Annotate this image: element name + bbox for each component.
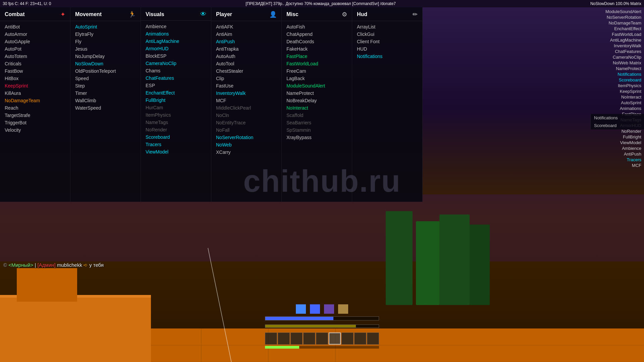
menu-item[interactable]: ItemPhysics [141, 111, 211, 119]
menu-item[interactable]: AutoTool [211, 60, 281, 67]
menu-item[interactable]: AutoArmor [0, 31, 70, 38]
menu-item-keepsprint[interactable]: KeepSprint [0, 82, 70, 89]
hotbar-slot[interactable] [278, 333, 290, 345]
menu-item[interactable]: NoServerRotation [211, 134, 281, 141]
menu-item[interactable]: NoWeb [211, 141, 281, 148]
hud-top-bar: 30 fps C: 44 F: 23+41, U: 0 [ПРЕЗИДЕНТ] … [0, 0, 644, 7]
menu-item[interactable]: MiddleClickPearl [211, 104, 281, 112]
menu-item[interactable]: NoBreakDelay [282, 97, 352, 104]
menu-item[interactable]: NoEntityTrace [211, 119, 281, 126]
menu-item[interactable]: AntiAim [211, 31, 281, 38]
hotbar-slot-selected[interactable] [329, 333, 341, 345]
menu-item[interactable]: AntiAFK [211, 23, 281, 31]
menu-item-tracers[interactable]: Tracers [141, 141, 211, 148]
menu-item[interactable]: AutoFish [282, 23, 352, 31]
menu-item[interactable]: CameraNoClip [141, 60, 211, 67]
menu-item[interactable]: FastPlace [282, 53, 352, 60]
menu-item[interactable]: DeathCoords [282, 38, 352, 45]
menu-item[interactable]: Ambience [141, 23, 211, 30]
menu-item-autosprint[interactable]: AutoSprint [70, 23, 141, 31]
sidebar-item: Animations [580, 106, 641, 111]
menu-item[interactable]: Scaffold [282, 112, 352, 119]
menu-item[interactable]: NoJumpDelay [70, 53, 141, 60]
menu-item[interactable]: ESP [141, 82, 211, 89]
menu-item-nodamageteam[interactable]: NoDamageTeam [0, 97, 70, 104]
menu-item[interactable]: ArrayList [352, 23, 422, 31]
menu-item[interactable]: AntiLagMachine [141, 38, 211, 45]
menu-item[interactable]: ChatFeatures [141, 74, 211, 82]
menu-item[interactable]: FakeHack [282, 45, 352, 53]
hotbar-slot[interactable] [316, 333, 328, 345]
menu-item[interactable]: AutoTotem [0, 53, 70, 60]
menu-item-fly[interactable]: Fly [70, 38, 141, 45]
menu-item[interactable]: Speed [70, 75, 141, 82]
menu-item[interactable]: FastBow [0, 67, 70, 75]
menu-item[interactable]: HUD [352, 45, 422, 53]
misc-icon: ⚙ [342, 11, 347, 18]
menu-item[interactable]: ModuleSoundAlert [282, 82, 352, 89]
menu-item[interactable]: WallClimb [70, 97, 141, 104]
menu-item[interactable]: HitBox [0, 75, 70, 82]
menu-item[interactable]: BlockESP [141, 52, 211, 60]
menu-item[interactable]: ViewModel [141, 148, 211, 156]
menu-item[interactable]: FastUse [211, 82, 281, 89]
menu-item[interactable]: Animations [141, 30, 211, 38]
hotbar-slot[interactable] [354, 333, 366, 345]
hotbar-slot[interactable] [303, 333, 315, 345]
menu-item[interactable]: Client Font [352, 38, 422, 45]
menu-item[interactable]: SpStammin [282, 126, 352, 134]
menu-item[interactable]: NoCln [211, 112, 281, 119]
hotbar-slot[interactable] [290, 333, 303, 345]
menu-item[interactable]: Clip [211, 75, 281, 82]
menu-item-noslowdown[interactable]: NoSlowDown [70, 60, 141, 67]
menu-item[interactable]: Jesus [70, 45, 141, 53]
menu-item[interactable]: Reach [0, 104, 70, 112]
menu-item-antipush[interactable]: AntiPush [211, 38, 281, 45]
menu-item[interactable]: NameTags [141, 119, 211, 126]
menu-item-scoreboard[interactable]: Scoreboard [141, 133, 211, 141]
menu-item[interactable]: NoFall [211, 126, 281, 134]
menu-item[interactable]: AutoGApple [0, 38, 70, 45]
menu-item[interactable]: FreeCam [282, 67, 352, 75]
menu-item[interactable]: NoInteract [282, 104, 352, 112]
sidebar-item: MCF [580, 163, 641, 168]
menu-item[interactable]: FullBright [141, 97, 211, 104]
menu-item[interactable]: ClickGui [352, 31, 422, 38]
menu-item[interactable]: LagBack [282, 75, 352, 82]
menu-item[interactable]: OldPositionTeleport [70, 67, 141, 75]
menu-item[interactable]: XrayBypass [282, 134, 352, 141]
hotbar-icon-4 [338, 304, 348, 314]
menu-item[interactable]: EnchantEffect [141, 89, 211, 97]
menu-item[interactable]: WaterSpeed [70, 104, 141, 112]
menu-item-velocity[interactable]: Velocity [0, 126, 70, 134]
menu-item[interactable]: AntiBot [0, 23, 70, 31]
menu-item[interactable]: AutoPot [0, 45, 70, 53]
menu-item[interactable]: MCF [211, 97, 281, 104]
menu-item[interactable]: AntiTrapka [211, 45, 281, 53]
menu-item[interactable]: TriggerBot [0, 119, 70, 126]
menu-item[interactable]: InventoryWalk [211, 89, 281, 97]
menu-item[interactable]: TargetStrafe [0, 112, 70, 119]
menu-item[interactable]: AutoAuth [211, 53, 281, 60]
menu-item[interactable]: ArmorHUD [141, 45, 211, 52]
menu-item[interactable]: Step [70, 82, 141, 89]
menu-item[interactable]: KillAura [0, 89, 70, 97]
menu-item[interactable]: NameProtect [282, 89, 352, 97]
menu-item[interactable]: Timer [70, 89, 141, 97]
menu-item[interactable]: XCarry [211, 148, 281, 156]
menu-item[interactable]: ChatAppend [282, 31, 352, 38]
hotbar-slot[interactable] [265, 333, 277, 345]
menu-item[interactable]: NoRender [141, 126, 211, 133]
notif-item-notifications[interactable]: Notifications [591, 114, 644, 122]
menu-item[interactable]: ElytraFly [70, 31, 141, 38]
menu-item[interactable]: FastWorldLoad [282, 60, 352, 67]
menu-item[interactable]: HurCam [141, 104, 211, 111]
menu-item[interactable]: ChestStealer [211, 67, 281, 75]
menu-item[interactable]: Chams [141, 67, 211, 74]
menu-item-notifications[interactable]: Notifications [352, 53, 422, 60]
menu-item[interactable]: Criticals [0, 60, 70, 67]
hotbar-slot[interactable] [367, 333, 379, 345]
menu-item[interactable]: SeaBarriers [282, 119, 352, 126]
notif-item-scoreboard[interactable]: Scoreboard [591, 122, 644, 129]
hotbar-slot[interactable] [341, 333, 354, 345]
